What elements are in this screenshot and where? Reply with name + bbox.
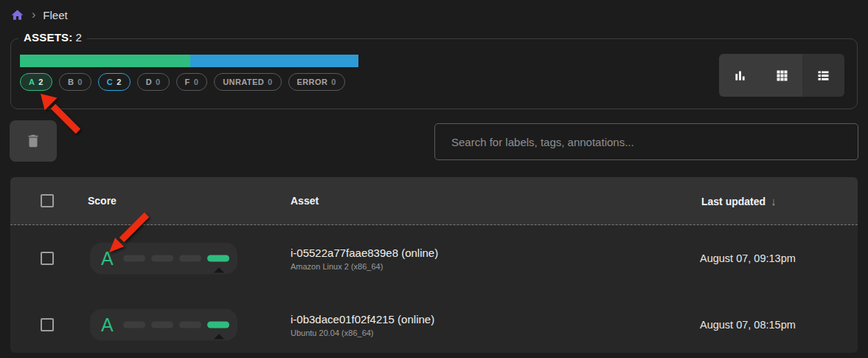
grade-pill-f[interactable]: F 0 <box>176 73 208 91</box>
fleet-page: › Fleet ASSETS: 2 A 2 B 0 C 2 <box>0 0 868 358</box>
grade-filter-pills: A 2 B 0 C 2 D 0 F 0 UNRATED 0 <box>20 73 345 91</box>
grade-pill-a[interactable]: A 2 <box>20 73 52 91</box>
assets-legend-label: ASSETS: <box>24 31 72 44</box>
score-grade: A <box>101 316 114 334</box>
home-icon[interactable] <box>10 8 24 22</box>
trash-icon <box>25 133 41 149</box>
asset-platform: Amazon Linux 2 (x86_64) <box>291 262 438 271</box>
chart-view-button[interactable] <box>719 54 761 97</box>
last-updated-label: Last updated <box>701 195 765 207</box>
assets-table: Score Asset Last updated ↓ A i-05522a7 <box>10 177 858 353</box>
list-view-button[interactable] <box>802 54 844 97</box>
column-header-score[interactable]: Score <box>88 195 117 207</box>
row-checkbox[interactable] <box>41 252 54 265</box>
bar-chart-icon <box>732 68 748 83</box>
table-row[interactable]: A i-0b3dace01f02f4215 (online) Ubuntu 20… <box>10 292 858 353</box>
distribution-segment-c <box>190 55 358 67</box>
grade-pill-error[interactable]: ERROR 0 <box>288 73 345 91</box>
score-bar-active <box>207 322 229 328</box>
score-widget: A <box>90 309 237 341</box>
asset-name[interactable]: i-05522a77faae839e8 (online) <box>291 247 438 259</box>
score-grade: A <box>101 249 114 268</box>
list-icon <box>816 68 831 83</box>
score-bars <box>123 255 229 262</box>
distribution-segment-a <box>20 55 190 67</box>
sort-descending-icon: ↓ <box>771 195 777 207</box>
score-bar <box>151 255 173 262</box>
score-widget: A <box>90 243 237 275</box>
pill-label: C <box>107 78 113 86</box>
select-all-checkbox[interactable] <box>41 194 54 207</box>
pill-count: 0 <box>77 78 83 86</box>
assets-count: 2 <box>76 31 82 44</box>
assets-panel: ASSETS: 2 A 2 B 0 C 2 D 0 <box>10 38 858 109</box>
grade-pill-d[interactable]: D 0 <box>137 73 170 91</box>
pill-count: 0 <box>268 78 273 86</box>
pill-label: ERROR <box>297 78 328 86</box>
score-marker-icon <box>214 334 224 340</box>
breadcrumb-separator: › <box>32 9 35 22</box>
grid-icon <box>774 68 790 83</box>
grade-pill-c[interactable]: C 2 <box>98 73 131 91</box>
grid-view-button[interactable] <box>761 54 803 97</box>
pill-count: 0 <box>156 78 161 86</box>
last-updated-value: August 07, 09:13pm <box>700 252 796 264</box>
score-marker-icon <box>214 268 224 273</box>
score-bar <box>179 255 201 262</box>
view-toggle-group <box>719 54 844 97</box>
pill-count: 0 <box>194 78 199 86</box>
breadcrumb-current: Fleet <box>43 9 67 21</box>
score-bar-active <box>207 255 229 262</box>
last-updated-value: August 07, 08:15pm <box>700 319 796 331</box>
score-bars <box>123 322 229 328</box>
asset-cell: i-0b3dace01f02f4215 (online) Ubuntu 20.0… <box>291 313 434 337</box>
breadcrumb: › Fleet <box>10 8 68 22</box>
grade-pill-unrated[interactable]: UNRATED 0 <box>214 73 281 91</box>
score-distribution-bar <box>20 55 358 67</box>
assets-legend: ASSETS: 2 <box>18 31 87 44</box>
pill-count: 2 <box>117 78 122 86</box>
pill-count: 2 <box>38 78 44 86</box>
pill-label: F <box>185 78 190 86</box>
score-bar <box>179 322 201 328</box>
pill-label: B <box>68 78 74 86</box>
pill-count: 0 <box>331 78 336 86</box>
asset-name[interactable]: i-0b3dace01f02f4215 (online) <box>291 313 434 326</box>
score-bar <box>151 322 173 328</box>
pill-label: UNRATED <box>223 78 264 86</box>
grade-pill-b[interactable]: B 0 <box>59 73 91 91</box>
pill-label: D <box>146 78 152 86</box>
row-checkbox[interactable] <box>41 318 54 331</box>
table-header: Score Asset Last updated ↓ <box>10 177 858 225</box>
pill-label: A <box>29 78 35 86</box>
score-bar <box>123 322 145 328</box>
column-header-asset[interactable]: Asset <box>291 195 319 207</box>
asset-cell: i-05522a77faae839e8 (online) Amazon Linu… <box>291 247 438 271</box>
score-bar <box>123 255 145 262</box>
asset-platform: Ubuntu 20.04 (x86_64) <box>291 328 434 337</box>
column-header-last-updated[interactable]: Last updated ↓ <box>701 195 777 207</box>
table-row[interactable]: A i-05522a77faae839e8 (online) Amazon Li… <box>10 225 858 292</box>
delete-button[interactable] <box>10 120 57 162</box>
search-input[interactable] <box>434 123 858 160</box>
